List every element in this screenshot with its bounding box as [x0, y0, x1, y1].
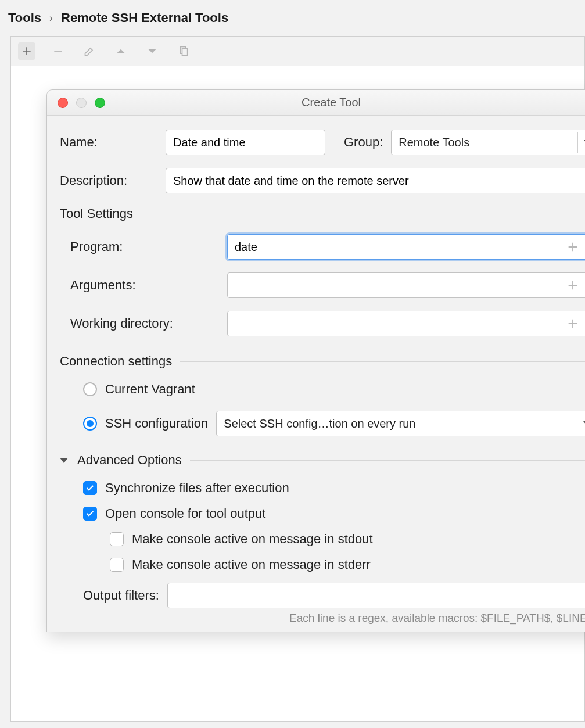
radio-ssh-configuration[interactable] [83, 417, 97, 431]
working-directory-input[interactable] [227, 311, 585, 336]
insert-macro-icon[interactable] [566, 241, 579, 253]
checkbox-open-console[interactable] [83, 507, 97, 521]
name-label: Name: [60, 135, 157, 150]
breadcrumb-root[interactable]: Tools [8, 10, 41, 26]
arguments-label: Arguments: [70, 278, 219, 293]
insert-macro-icon[interactable] [566, 279, 579, 292]
description-input[interactable] [166, 168, 585, 193]
radio-current-vagrant[interactable] [83, 382, 97, 396]
checkbox-active-stderr[interactable] [110, 558, 124, 572]
arguments-input[interactable] [227, 272, 585, 298]
checkbox-sync-files-label: Synchronize files after execution [105, 480, 289, 496]
radio-ssh-configuration-label: SSH configuration [105, 416, 208, 431]
ssh-configuration-select[interactable]: Select SSH config…tion on every run [216, 411, 585, 436]
output-filters-input[interactable] [167, 583, 585, 608]
program-label: Program: [70, 239, 219, 254]
working-directory-label: Working directory: [70, 316, 219, 331]
section-advanced-options[interactable]: Advanced Options [60, 453, 585, 468]
svg-rect-1 [182, 49, 188, 56]
output-filters-label: Output filters: [83, 588, 159, 603]
remove-button[interactable] [49, 42, 67, 60]
group-select[interactable]: Remote Tools [391, 130, 585, 155]
advanced-options-label: Advanced Options [77, 453, 182, 468]
checkbox-active-stdout[interactable] [110, 532, 124, 546]
checkbox-active-stderr-label: Make console active on message in stderr [132, 557, 371, 572]
breadcrumb-current: Remote SSH External Tools [61, 10, 228, 26]
section-connection-settings: Connection settings [60, 354, 585, 369]
insert-macro-icon[interactable] [566, 317, 579, 330]
move-down-button[interactable] [143, 42, 161, 60]
create-tool-dialog: Create Tool Name: Group: Remote Tools De… [46, 89, 585, 632]
group-label: Group: [344, 135, 383, 150]
chevron-right-icon: › [49, 12, 53, 24]
minimize-icon [76, 98, 87, 108]
checkbox-sync-files[interactable] [83, 481, 97, 495]
tools-toolbar [11, 37, 584, 66]
dialog-title: Create Tool [117, 96, 545, 109]
edit-button[interactable] [81, 42, 98, 60]
connection-settings-label: Connection settings [60, 354, 172, 369]
breadcrumb: Tools › Remote SSH External Tools [0, 0, 585, 31]
output-filters-hint: Each line is a regex, available macros: … [60, 612, 585, 625]
description-label: Description: [60, 173, 157, 188]
checkbox-active-stdout-label: Make console active on message in stdout [132, 532, 373, 547]
checkbox-open-console-label: Open console for tool output [105, 506, 265, 521]
zoom-icon[interactable] [95, 98, 105, 108]
copy-button[interactable] [175, 42, 192, 60]
group-select-value: Remote Tools [399, 136, 469, 149]
tool-settings-label: Tool Settings [60, 206, 133, 221]
move-up-button[interactable] [112, 42, 130, 60]
program-input[interactable] [227, 234, 585, 260]
chevron-down-icon [60, 458, 68, 463]
name-input[interactable] [166, 130, 325, 155]
section-tool-settings: Tool Settings [60, 206, 585, 221]
close-icon[interactable] [58, 98, 68, 108]
add-button[interactable] [18, 42, 35, 60]
ssh-configuration-value: Select SSH config…tion on every run [224, 417, 415, 431]
radio-current-vagrant-label: Current Vagrant [105, 382, 195, 397]
dialog-titlebar[interactable]: Create Tool [47, 90, 585, 116]
